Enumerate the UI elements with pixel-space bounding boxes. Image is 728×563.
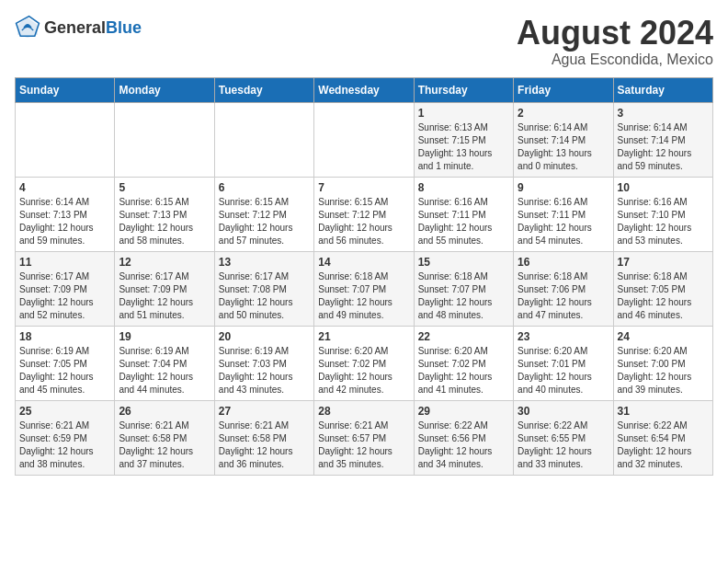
day-info-line: Daylight: 12 hours (219, 446, 293, 456)
calendar-cell: 7Sunrise: 6:15 AMSunset: 7:12 PMDaylight… (314, 177, 414, 251)
day-number: 2 (518, 107, 609, 120)
day-info-line: Sunset: 6:58 PM (219, 433, 287, 443)
day-info-line: Sunset: 7:14 PM (518, 135, 586, 145)
day-info: Sunrise: 6:19 AMSunset: 7:04 PMDaylight:… (119, 345, 210, 396)
day-info-line: and 35 minutes. (318, 459, 383, 469)
day-info: Sunrise: 6:16 AMSunset: 7:11 PMDaylight:… (418, 196, 509, 247)
day-number: 17 (618, 256, 709, 269)
day-info-line: and 0 minutes. (518, 161, 578, 171)
calendar-cell: 22Sunrise: 6:20 AMSunset: 7:02 PMDayligh… (414, 326, 513, 400)
day-number: 19 (119, 330, 210, 343)
header-cell-friday: Friday (514, 77, 613, 102)
calendar-cell: 29Sunrise: 6:22 AMSunset: 6:56 PMDayligh… (414, 400, 513, 475)
day-number: 4 (19, 181, 110, 194)
day-number: 31 (618, 405, 709, 418)
day-info-line: Sunrise: 6:16 AM (418, 197, 488, 207)
day-info-line: Sunset: 7:03 PM (219, 359, 287, 369)
day-number: 9 (518, 181, 609, 194)
day-info-line: Daylight: 12 hours (618, 297, 692, 307)
week-row-5: 25Sunrise: 6:21 AMSunset: 6:59 PMDayligh… (16, 400, 713, 475)
day-info: Sunrise: 6:21 AMSunset: 6:57 PMDaylight:… (318, 419, 409, 471)
day-number: 1 (418, 107, 509, 120)
day-info-line: Sunset: 7:09 PM (19, 284, 87, 294)
day-info-line: Sunrise: 6:18 AM (518, 271, 587, 282)
day-number: 28 (318, 405, 409, 418)
calendar-cell: 31Sunrise: 6:22 AMSunset: 6:54 PMDayligh… (613, 400, 712, 475)
day-info-line: Sunrise: 6:14 AM (618, 122, 688, 132)
day-info-line: Daylight: 12 hours (119, 372, 193, 382)
day-info-line: Daylight: 12 hours (618, 372, 692, 382)
day-info-line: Sunrise: 6:14 AM (19, 197, 89, 207)
day-info-line: Daylight: 12 hours (618, 446, 692, 456)
day-info-line: Sunrise: 6:20 AM (618, 346, 688, 356)
day-number: 12 (119, 256, 210, 269)
day-info-line: Sunrise: 6:15 AM (119, 197, 188, 207)
day-info-line: Daylight: 12 hours (518, 446, 592, 456)
day-info-line: Sunrise: 6:17 AM (119, 271, 188, 282)
day-info-line: and 45 minutes. (19, 385, 85, 395)
day-info-line: Daylight: 12 hours (418, 297, 493, 307)
calendar-cell: 1Sunrise: 6:13 AMSunset: 7:15 PMDaylight… (414, 102, 513, 177)
day-info-line: and 1 minute. (418, 161, 474, 171)
day-info-line: Daylight: 12 hours (119, 446, 193, 456)
day-info-line: Sunrise: 6:22 AM (618, 420, 688, 431)
day-info: Sunrise: 6:22 AMSunset: 6:54 PMDaylight:… (618, 419, 709, 471)
day-info-line: Sunrise: 6:18 AM (618, 271, 688, 282)
day-number: 15 (418, 256, 509, 269)
day-info: Sunrise: 6:14 AMSunset: 7:14 PMDaylight:… (518, 121, 609, 173)
day-info: Sunrise: 6:22 AMSunset: 6:56 PMDaylight:… (418, 419, 509, 471)
calendar-cell (16, 102, 115, 177)
day-info: Sunrise: 6:18 AMSunset: 7:07 PMDaylight:… (418, 270, 509, 322)
day-number: 13 (219, 256, 310, 269)
day-info-line: Daylight: 12 hours (318, 223, 392, 233)
day-info-line: Daylight: 12 hours (219, 223, 293, 233)
calendar-cell: 28Sunrise: 6:21 AMSunset: 6:57 PMDayligh… (314, 400, 414, 475)
day-info-line: and 47 minutes. (518, 310, 583, 320)
day-info-line: Sunrise: 6:16 AM (518, 197, 587, 207)
logo-text-general: General (44, 18, 106, 38)
week-row-3: 11Sunrise: 6:17 AMSunset: 7:09 PMDayligh… (16, 251, 713, 326)
logo-icon (15, 15, 40, 40)
day-info-line: Sunset: 7:02 PM (318, 359, 386, 369)
calendar-cell: 27Sunrise: 6:21 AMSunset: 6:58 PMDayligh… (214, 400, 313, 475)
day-info: Sunrise: 6:22 AMSunset: 6:55 PMDaylight:… (518, 419, 609, 471)
day-info-line: and 37 minutes. (119, 459, 184, 469)
day-info-line: and 32 minutes. (618, 459, 683, 469)
day-info-line: Sunset: 7:07 PM (318, 284, 386, 294)
day-info-line: Sunrise: 6:17 AM (219, 271, 289, 282)
day-number: 6 (219, 181, 310, 194)
day-info: Sunrise: 6:17 AMSunset: 7:09 PMDaylight:… (19, 270, 110, 322)
day-info-line: and 40 minutes. (518, 385, 583, 395)
day-info-line: Daylight: 12 hours (119, 297, 193, 307)
calendar-cell: 3Sunrise: 6:14 AMSunset: 7:14 PMDaylight… (613, 102, 712, 177)
day-info: Sunrise: 6:20 AMSunset: 7:01 PMDaylight:… (518, 345, 609, 396)
day-info-line: Sunset: 7:06 PM (518, 284, 586, 294)
day-info-line: Sunset: 7:10 PM (618, 210, 686, 220)
day-info-line: Sunset: 7:13 PM (19, 210, 87, 220)
calendar-cell: 21Sunrise: 6:20 AMSunset: 7:02 PMDayligh… (314, 326, 414, 400)
day-info-line: Sunrise: 6:18 AM (418, 271, 488, 282)
calendar-cell (314, 102, 414, 177)
day-info-line: Sunrise: 6:15 AM (219, 197, 289, 207)
day-number: 8 (418, 181, 509, 194)
day-info: Sunrise: 6:21 AMSunset: 6:59 PMDaylight:… (19, 419, 110, 471)
day-info-line: Sunrise: 6:13 AM (418, 122, 488, 132)
day-info-line: Sunrise: 6:21 AM (119, 420, 188, 431)
day-number: 22 (418, 330, 509, 343)
day-info-line: Sunrise: 6:21 AM (19, 420, 89, 431)
week-row-4: 18Sunrise: 6:19 AMSunset: 7:05 PMDayligh… (16, 326, 713, 400)
day-info-line: Sunset: 6:57 PM (318, 433, 386, 443)
day-info-line: Sunrise: 6:17 AM (19, 271, 89, 282)
logo: General Blue (15, 15, 142, 40)
day-info-line: and 51 minutes. (119, 310, 184, 320)
day-number: 18 (19, 330, 110, 343)
day-number: 11 (19, 256, 110, 269)
week-row-1: 1Sunrise: 6:13 AMSunset: 7:15 PMDaylight… (16, 102, 713, 177)
calendar-cell: 18Sunrise: 6:19 AMSunset: 7:05 PMDayligh… (16, 326, 115, 400)
day-info-line: Daylight: 12 hours (19, 446, 94, 456)
header-row: SundayMondayTuesdayWednesdayThursdayFrid… (16, 77, 713, 102)
day-info: Sunrise: 6:20 AMSunset: 7:00 PMDaylight:… (618, 345, 709, 396)
day-info-line: Sunrise: 6:15 AM (318, 197, 388, 207)
day-number: 21 (318, 330, 409, 343)
day-info-line: Daylight: 12 hours (518, 372, 592, 382)
